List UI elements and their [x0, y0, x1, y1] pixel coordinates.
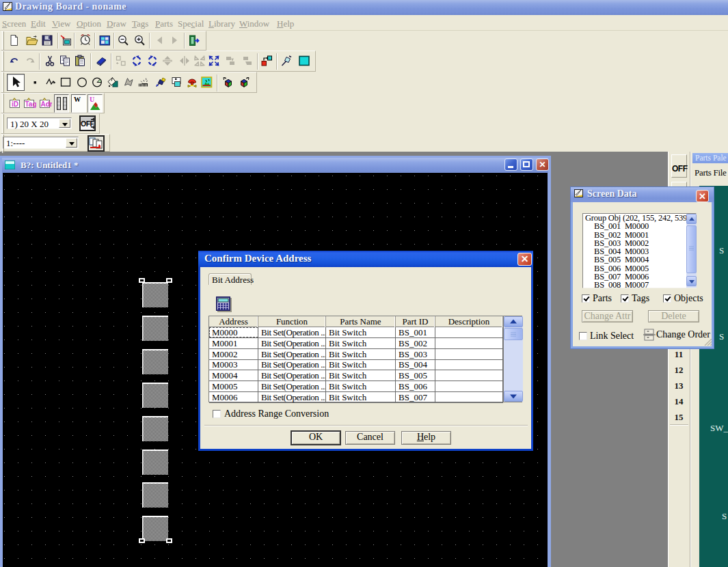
svg-text:U: U — [90, 96, 94, 103]
svg-text:Adr: Adr — [41, 100, 53, 108]
svg-text:iD: iD — [12, 100, 18, 108]
svg-text:Tag: Tag — [25, 100, 37, 108]
